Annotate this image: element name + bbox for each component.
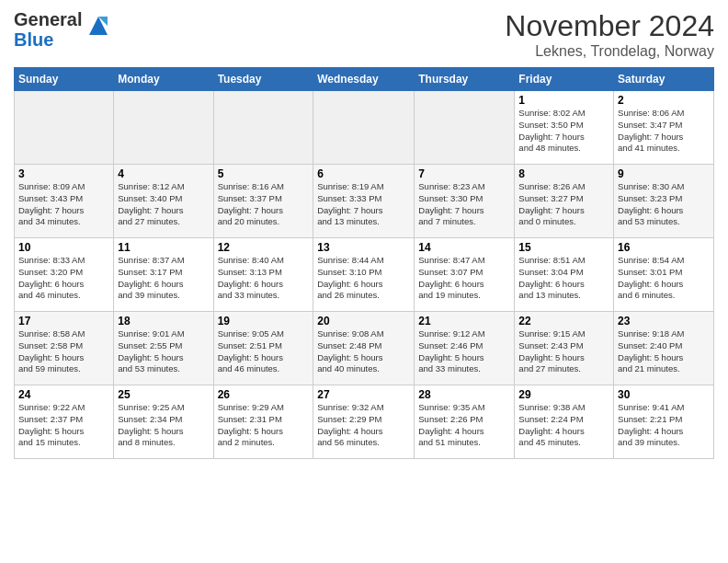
header-tuesday: Tuesday — [213, 68, 313, 91]
day-number: 29 — [518, 388, 609, 401]
day-info: Sunrise: 8:47 AM Sunset: 3:07 PM Dayligh… — [418, 255, 510, 302]
day-info: Sunrise: 8:44 AM Sunset: 3:10 PM Dayligh… — [317, 255, 410, 302]
day-number: 28 — [418, 388, 510, 401]
day-number: 3 — [18, 167, 109, 180]
logo: General Blue — [14, 9, 112, 50]
day-info: Sunrise: 8:37 AM Sunset: 3:17 PM Dayligh… — [118, 255, 209, 302]
calendar-cell: 15Sunrise: 8:51 AM Sunset: 3:04 PM Dayli… — [515, 238, 614, 312]
day-info: Sunrise: 9:05 AM Sunset: 2:51 PM Dayligh… — [218, 328, 310, 375]
calendar-cell: 16Sunrise: 8:54 AM Sunset: 3:01 PM Dayli… — [614, 238, 714, 312]
day-info: Sunrise: 9:29 AM Sunset: 2:31 PM Dayligh… — [218, 402, 310, 449]
day-info: Sunrise: 9:25 AM Sunset: 2:34 PM Dayligh… — [118, 402, 209, 449]
calendar-cell: 20Sunrise: 9:08 AM Sunset: 2:48 PM Dayli… — [313, 312, 415, 385]
day-number: 17 — [18, 315, 109, 327]
calendar-cell — [313, 91, 415, 165]
calendar-cell: 7Sunrise: 8:23 AM Sunset: 3:30 PM Daylig… — [415, 165, 515, 238]
calendar-cell: 29Sunrise: 9:38 AM Sunset: 2:24 PM Dayli… — [515, 385, 614, 459]
location: Leknes, Trondelag, Norway — [505, 43, 714, 60]
day-info: Sunrise: 8:33 AM Sunset: 3:20 PM Dayligh… — [18, 255, 109, 302]
day-number: 21 — [418, 315, 510, 327]
calendar-cell: 4Sunrise: 8:12 AM Sunset: 3:40 PM Daylig… — [114, 165, 213, 238]
day-number: 4 — [118, 167, 209, 180]
title-block: November 2024 Leknes, Trondelag, Norway — [505, 9, 714, 60]
day-number: 8 — [518, 167, 609, 180]
day-number: 7 — [418, 167, 510, 180]
calendar-cell: 22Sunrise: 9:15 AM Sunset: 2:43 PM Dayli… — [515, 312, 614, 385]
day-info: Sunrise: 9:41 AM Sunset: 2:21 PM Dayligh… — [618, 402, 710, 449]
calendar-cell: 27Sunrise: 9:32 AM Sunset: 2:29 PM Dayli… — [313, 385, 415, 459]
day-info: Sunrise: 8:23 AM Sunset: 3:30 PM Dayligh… — [418, 181, 510, 228]
day-info: Sunrise: 8:26 AM Sunset: 3:27 PM Dayligh… — [518, 181, 609, 228]
day-number: 25 — [118, 388, 209, 401]
day-info: Sunrise: 8:40 AM Sunset: 3:13 PM Dayligh… — [218, 255, 310, 302]
logo-blue: Blue — [14, 29, 53, 50]
calendar-week-2: 3Sunrise: 8:09 AM Sunset: 3:43 PM Daylig… — [15, 165, 714, 238]
month-title: November 2024 — [505, 9, 714, 43]
day-info: Sunrise: 8:09 AM Sunset: 3:43 PM Dayligh… — [18, 181, 109, 228]
day-number: 12 — [218, 241, 310, 254]
day-info: Sunrise: 8:02 AM Sunset: 3:50 PM Dayligh… — [518, 108, 609, 155]
calendar-cell: 18Sunrise: 9:01 AM Sunset: 2:55 PM Dayli… — [114, 312, 213, 385]
calendar-cell: 14Sunrise: 8:47 AM Sunset: 3:07 PM Dayli… — [415, 238, 515, 312]
calendar-cell: 5Sunrise: 8:16 AM Sunset: 3:37 PM Daylig… — [213, 165, 313, 238]
day-number: 9 — [618, 167, 710, 180]
calendar-cell: 8Sunrise: 8:26 AM Sunset: 3:27 PM Daylig… — [515, 165, 614, 238]
main-container: General Blue November 2024 Leknes, Trond… — [0, 0, 728, 468]
day-info: Sunrise: 9:22 AM Sunset: 2:37 PM Dayligh… — [18, 402, 109, 449]
calendar-cell — [114, 91, 213, 165]
day-number: 20 — [317, 315, 410, 327]
day-number: 10 — [18, 241, 109, 254]
day-number: 1 — [518, 94, 609, 107]
calendar-cell — [213, 91, 313, 165]
header-sunday: Sunday — [15, 68, 114, 91]
day-number: 14 — [418, 241, 510, 254]
day-info: Sunrise: 9:32 AM Sunset: 2:29 PM Dayligh… — [317, 402, 410, 449]
day-number: 6 — [317, 167, 410, 180]
day-number: 16 — [618, 241, 710, 254]
day-number: 26 — [218, 388, 310, 401]
day-info: Sunrise: 8:16 AM Sunset: 3:37 PM Dayligh… — [218, 181, 310, 228]
calendar-cell — [15, 91, 114, 165]
day-number: 15 — [518, 241, 609, 254]
logo-icon — [85, 12, 112, 40]
calendar-cell: 30Sunrise: 9:41 AM Sunset: 2:21 PM Dayli… — [614, 385, 714, 459]
calendar-cell: 9Sunrise: 8:30 AM Sunset: 3:23 PM Daylig… — [614, 165, 714, 238]
day-number: 27 — [317, 388, 410, 401]
day-info: Sunrise: 9:08 AM Sunset: 2:48 PM Dayligh… — [317, 328, 410, 375]
calendar-cell: 12Sunrise: 8:40 AM Sunset: 3:13 PM Dayli… — [213, 238, 313, 312]
day-info: Sunrise: 8:54 AM Sunset: 3:01 PM Dayligh… — [618, 255, 710, 302]
header-monday: Monday — [114, 68, 213, 91]
calendar-cell: 6Sunrise: 8:19 AM Sunset: 3:33 PM Daylig… — [313, 165, 415, 238]
day-number: 30 — [618, 388, 710, 401]
calendar-cell: 26Sunrise: 9:29 AM Sunset: 2:31 PM Dayli… — [213, 385, 313, 459]
calendar-cell: 19Sunrise: 9:05 AM Sunset: 2:51 PM Dayli… — [213, 312, 313, 385]
day-info: Sunrise: 9:35 AM Sunset: 2:26 PM Dayligh… — [418, 402, 510, 449]
calendar-week-3: 10Sunrise: 8:33 AM Sunset: 3:20 PM Dayli… — [15, 238, 714, 312]
calendar-week-1: 1Sunrise: 8:02 AM Sunset: 3:50 PM Daylig… — [15, 91, 714, 165]
calendar-header-row: SundayMondayTuesdayWednesdayThursdayFrid… — [15, 68, 714, 91]
header-friday: Friday — [515, 68, 614, 91]
day-info: Sunrise: 9:12 AM Sunset: 2:46 PM Dayligh… — [418, 328, 510, 375]
calendar-cell: 23Sunrise: 9:18 AM Sunset: 2:40 PM Dayli… — [614, 312, 714, 385]
calendar-cell — [415, 91, 515, 165]
day-number: 11 — [118, 241, 209, 254]
calendar-cell: 10Sunrise: 8:33 AM Sunset: 3:20 PM Dayli… — [15, 238, 114, 312]
calendar-week-5: 24Sunrise: 9:22 AM Sunset: 2:37 PM Dayli… — [15, 385, 714, 459]
page-header: General Blue November 2024 Leknes, Trond… — [14, 9, 714, 60]
header-thursday: Thursday — [415, 68, 515, 91]
day-info: Sunrise: 8:19 AM Sunset: 3:33 PM Dayligh… — [317, 181, 410, 228]
calendar-cell: 25Sunrise: 9:25 AM Sunset: 2:34 PM Dayli… — [114, 385, 213, 459]
calendar-cell: 1Sunrise: 8:02 AM Sunset: 3:50 PM Daylig… — [515, 91, 614, 165]
day-number: 19 — [218, 315, 310, 327]
calendar-cell: 2Sunrise: 8:06 AM Sunset: 3:47 PM Daylig… — [614, 91, 714, 165]
day-info: Sunrise: 9:15 AM Sunset: 2:43 PM Dayligh… — [518, 328, 609, 375]
calendar-cell: 28Sunrise: 9:35 AM Sunset: 2:26 PM Dayli… — [415, 385, 515, 459]
calendar-cell: 3Sunrise: 8:09 AM Sunset: 3:43 PM Daylig… — [15, 165, 114, 238]
day-info: Sunrise: 9:18 AM Sunset: 2:40 PM Dayligh… — [618, 328, 710, 375]
day-number: 13 — [317, 241, 410, 254]
logo-general: General — [14, 9, 82, 29]
header-wednesday: Wednesday — [313, 68, 415, 91]
calendar-cell: 13Sunrise: 8:44 AM Sunset: 3:10 PM Dayli… — [313, 238, 415, 312]
day-info: Sunrise: 8:30 AM Sunset: 3:23 PM Dayligh… — [618, 181, 710, 228]
calendar-week-4: 17Sunrise: 8:58 AM Sunset: 2:58 PM Dayli… — [15, 312, 714, 385]
